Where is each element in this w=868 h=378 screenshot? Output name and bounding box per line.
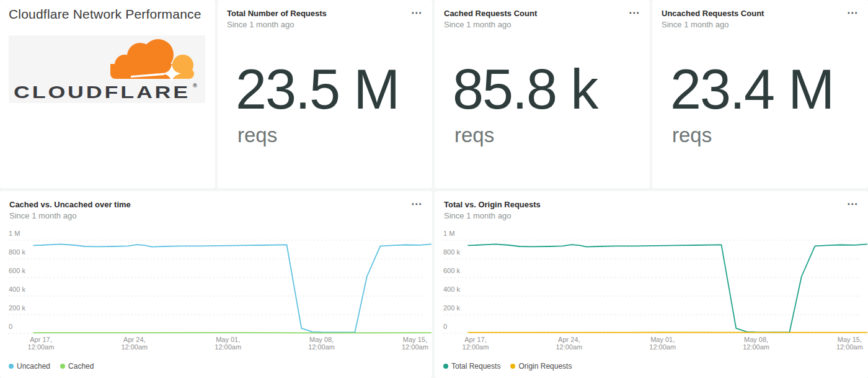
- svg-text:Apr 17,: Apr 17,: [30, 336, 51, 343]
- widget-menu-button[interactable]: ⋯: [409, 6, 425, 19]
- svg-text:12:00am: 12:00am: [28, 343, 55, 351]
- widget-time-range: Since 1 month ago: [9, 211, 76, 221]
- svg-text:Apr 24,: Apr 24,: [558, 336, 580, 343]
- widget-title: Total Number of Requests: [227, 9, 407, 19]
- legend-dot-icon: [443, 364, 448, 369]
- svg-text:12:00am: 12:00am: [121, 343, 148, 351]
- billboard-unit: reqs: [454, 125, 494, 145]
- widget-cached-vs-uncached-chart: 1 M800 k600 k400 k200 k0Apr 17,12:00amAp…: [0, 191, 432, 378]
- svg-text:1 M: 1 M: [9, 230, 20, 237]
- legend-label: Uncached: [17, 362, 50, 371]
- svg-text:800 k: 800 k: [9, 248, 25, 256]
- widget-title: Cached Requests Count: [444, 9, 625, 19]
- svg-text:12:00am: 12:00am: [556, 343, 582, 351]
- widget-time-range: Since 1 month ago: [444, 20, 511, 30]
- billboard-value: 23.5 M: [236, 61, 399, 117]
- widget-menu-button[interactable]: ⋯: [626, 6, 642, 19]
- svg-text:May 08,: May 08,: [309, 336, 334, 343]
- svg-text:12:00am: 12:00am: [215, 343, 241, 351]
- svg-text:12:00am: 12:00am: [836, 343, 863, 351]
- legend-item-cached[interactable]: Cached: [60, 362, 94, 371]
- legend-label: Origin Requests: [518, 362, 572, 371]
- svg-text:200 k: 200 k: [9, 304, 25, 312]
- billboard-value: 85.8 k: [453, 61, 597, 117]
- svg-text:200 k: 200 k: [443, 304, 460, 312]
- cloudflare-logo-image: CLOUDFLARE ®: [9, 35, 205, 103]
- cloudflare-logo: CLOUDFLARE ®: [9, 35, 205, 103]
- legend-item-total-requests[interactable]: Total Requests: [443, 362, 500, 371]
- widget-title: Uncached Requests Count: [662, 9, 843, 19]
- widget-time-range: Since 1 month ago: [662, 20, 728, 30]
- widget-time-range: Since 1 month ago: [444, 211, 511, 221]
- svg-text:May 01,: May 01,: [650, 336, 675, 343]
- svg-text:May 15,: May 15,: [838, 336, 862, 343]
- page-title: Cloudflare Network Performance: [9, 7, 202, 22]
- svg-text:12:00am: 12:00am: [463, 343, 489, 351]
- svg-text:May 15,: May 15,: [403, 336, 427, 343]
- svg-text:12:00am: 12:00am: [402, 343, 428, 351]
- legend-item-uncached[interactable]: Uncached: [9, 362, 50, 371]
- legend-label: Cached: [68, 362, 94, 371]
- svg-text:400 k: 400 k: [9, 286, 25, 293]
- dashboard-header-card: Cloudflare Network Performance CLOUDFLAR…: [0, 0, 215, 188]
- svg-text:600 k: 600 k: [9, 267, 25, 274]
- billboard-unit: reqs: [672, 125, 712, 145]
- widget-cached-requests-count: Cached Requests Count Since 1 month ago …: [435, 0, 650, 188]
- widget-menu-button[interactable]: ⋯: [409, 197, 425, 210]
- chart-legend: Total Requests Origin Requests: [443, 362, 572, 371]
- svg-text:600 k: 600 k: [443, 267, 460, 274]
- svg-text:400 k: 400 k: [443, 286, 460, 293]
- svg-text:1 M: 1 M: [443, 230, 454, 237]
- widget-title: Cached vs. Uncached over time: [9, 200, 407, 210]
- widget-total-number-of-requests: Total Number of Requests Since 1 month a…: [218, 0, 432, 188]
- svg-text:Apr 24,: Apr 24,: [123, 336, 145, 343]
- widget-menu-button[interactable]: ⋯: [844, 197, 861, 210]
- svg-text:12:00am: 12:00am: [649, 343, 676, 351]
- svg-text:800 k: 800 k: [443, 248, 460, 256]
- svg-text:0: 0: [443, 323, 447, 330]
- svg-text:12:00am: 12:00am: [743, 343, 769, 351]
- billboard-value: 23.4 M: [670, 61, 833, 117]
- widget-uncached-requests-count: Uncached Requests Count Since 1 month ag…: [652, 0, 868, 188]
- svg-text:May 08,: May 08,: [744, 336, 768, 343]
- legend-label: Total Requests: [451, 362, 500, 371]
- svg-text:12:00am: 12:00am: [308, 343, 335, 351]
- widget-time-range: Since 1 month ago: [227, 20, 294, 30]
- widget-menu-button[interactable]: ⋯: [844, 6, 861, 19]
- legend-dot-icon: [510, 364, 515, 369]
- svg-text:0: 0: [9, 323, 12, 330]
- chart-legend: Uncached Cached: [9, 362, 94, 371]
- billboard-unit: reqs: [237, 125, 277, 145]
- widget-title: Total vs. Origin Requests: [444, 200, 843, 210]
- legend-dot-icon: [9, 364, 14, 369]
- svg-text:May 01,: May 01,: [216, 336, 240, 343]
- registered-trademark-mark: ®: [193, 83, 197, 89]
- svg-text:Apr 17,: Apr 17,: [464, 336, 486, 343]
- widget-total-vs-origin-chart: 1 M800 k600 k400 k200 k0Apr 17,12:00amAp…: [435, 191, 868, 378]
- legend-item-origin-requests[interactable]: Origin Requests: [510, 362, 572, 371]
- cloudflare-wordmark: CLOUDFLARE: [14, 83, 190, 102]
- legend-dot-icon: [60, 364, 65, 369]
